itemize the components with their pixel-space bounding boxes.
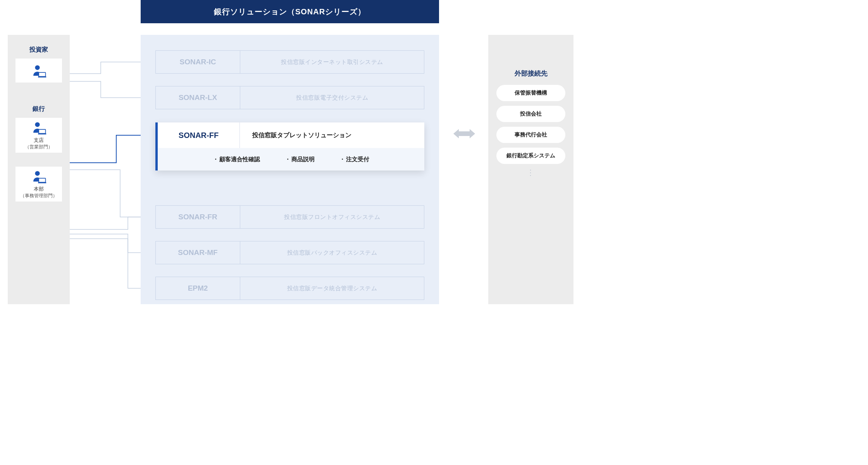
product-code: EPM2: [156, 277, 240, 300]
product-row-fr: SONAR-FR 投信窓販フロントオフィスシステム: [155, 205, 424, 229]
svg-marker-9: [453, 129, 475, 138]
hq-sublabel: （事務管理部門）: [20, 193, 57, 199]
branch-sublabel: （営業部門）: [25, 144, 53, 150]
product-row-epm: EPM2 投信窓販データ統合管理システム: [155, 277, 424, 300]
product-code: SONAR-LX: [156, 86, 240, 109]
ff-feature: 顧客適合性確認: [213, 156, 260, 163]
hq-label: 本部: [34, 186, 44, 193]
left-actors-panel: 投資家 銀行 支店 （営業部門）: [8, 35, 70, 304]
external-connections-panel: 外部接続先 保管振替機構 投信会社 事務代行会社 銀行勘定系システム ⋮: [488, 35, 574, 304]
solution-header: 銀行ソリューション（SONARシリーズ）: [141, 0, 439, 23]
bank-title: 銀行: [8, 105, 70, 113]
product-ff-features: 顧客適合性確認 商品説明 注文受付: [158, 148, 424, 170]
svg-point-0: [35, 65, 40, 70]
product-code: SONAR-FR: [156, 206, 240, 228]
svg-rect-8: [38, 182, 46, 183]
product-row-ff-highlight: SONAR-FF 投信窓販タブレットソリューション 顧客適合性確認 商品説明 注…: [155, 122, 424, 170]
ellipsis-vertical-icon: ⋮: [527, 168, 535, 177]
branch-label: 支店: [34, 137, 44, 144]
ff-feature: 注文受付: [339, 156, 369, 163]
product-desc: 投信窓販データ統合管理システム: [240, 277, 424, 300]
investor-title: 投資家: [8, 46, 70, 54]
solution-header-title: 銀行ソリューション（SONARシリーズ）: [214, 7, 366, 17]
svg-rect-2: [38, 76, 46, 78]
svg-point-6: [35, 171, 40, 176]
external-pill: 保管振替機構: [496, 85, 565, 101]
svg-rect-7: [39, 178, 46, 183]
external-pill-label: 保管振替機構: [515, 90, 547, 96]
product-code: SONAR-MF: [156, 241, 240, 264]
investor-card: [16, 59, 62, 83]
person-laptop-icon: [31, 170, 47, 185]
branch-card: 支店 （営業部門）: [16, 118, 62, 153]
svg-rect-1: [39, 72, 46, 77]
product-desc: 投信窓販タブレットソリューション: [240, 122, 424, 148]
product-code: SONAR-IC: [156, 51, 240, 73]
product-row-lx: SONAR-LX 投信窓販電子交付システム: [155, 86, 424, 109]
external-pill: 銀行勘定系システム: [496, 148, 565, 164]
external-pill: 事務代行会社: [496, 127, 565, 143]
person-laptop-icon: [31, 64, 47, 79]
product-desc: 投信窓販インターネット取引システム: [240, 51, 424, 73]
external-pill-label: 投信会社: [520, 110, 542, 117]
product-row-ic: SONAR-IC 投信窓販インターネット取引システム: [155, 50, 424, 74]
ff-feature: 商品説明: [285, 156, 315, 163]
external-pill-label: 銀行勘定系システム: [506, 152, 555, 159]
product-row-mf: SONAR-MF 投信窓販バックオフィスシステム: [155, 241, 424, 264]
product-desc: 投信窓販電子交付システム: [240, 86, 424, 109]
products-panel: SONAR-IC 投信窓販インターネット取引システム SONAR-LX 投信窓販…: [141, 35, 439, 304]
svg-point-3: [35, 122, 40, 127]
svg-rect-4: [39, 129, 46, 134]
bidirectional-arrow-icon: [453, 126, 475, 141]
person-laptop-icon: [31, 121, 47, 136]
product-code: SONAR-FF: [158, 122, 240, 148]
hq-card: 本部 （事務管理部門）: [16, 167, 62, 202]
product-desc: 投信窓販フロントオフィスシステム: [240, 206, 424, 228]
external-pill: 投信会社: [496, 106, 565, 122]
external-pill-label: 事務代行会社: [515, 131, 547, 138]
svg-rect-5: [38, 133, 46, 134]
external-title: 外部接続先: [515, 69, 548, 78]
product-desc: 投信窓販バックオフィスシステム: [240, 241, 424, 264]
